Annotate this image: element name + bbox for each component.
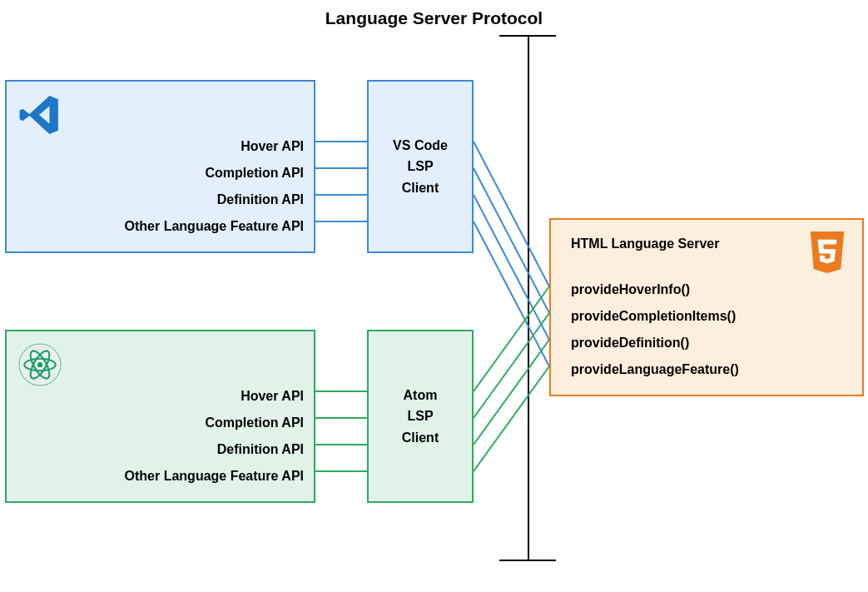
html5-icon	[807, 231, 847, 276]
svg-point-4	[37, 362, 42, 367]
svg-line-18	[474, 313, 549, 418]
client-label-line: Client	[402, 427, 439, 449]
vscode-editor-box: Hover API Completion API Definition API …	[5, 80, 315, 253]
server-method: provideLanguageFeature()	[571, 356, 739, 383]
client-label-line: Atom	[404, 385, 438, 406]
api-item: Completion API	[125, 410, 304, 436]
api-item: Hover API	[125, 383, 304, 410]
html-language-server-box: HTML Language Server provideHoverInfo() …	[549, 218, 864, 396]
atom-icon	[18, 343, 62, 386]
atom-lsp-client-box: Atom LSP Client	[367, 330, 474, 503]
server-method: provideHoverInfo()	[571, 276, 739, 303]
vscode-api-list: Hover API Completion API Definition API …	[125, 133, 304, 240]
api-item: Definition API	[125, 187, 304, 213]
svg-line-11	[474, 195, 549, 340]
server-method: provideDefinition()	[571, 330, 739, 356]
atom-api-list: Hover API Completion API Definition API …	[125, 383, 304, 490]
client-label-line: VS Code	[393, 135, 448, 157]
svg-line-20	[474, 366, 549, 471]
svg-line-19	[474, 340, 549, 445]
server-methods-list: provideHoverInfo() provideCompletionItem…	[571, 276, 739, 383]
client-label-line: LSP	[407, 156, 433, 177]
svg-line-17	[474, 286, 549, 391]
diagram-title: Language Server Protocol	[0, 8, 868, 28]
protocol-divider-tick-bottom	[499, 560, 556, 561]
client-label-line: LSP	[407, 405, 433, 427]
api-item: Completion API	[125, 160, 304, 187]
client-label-line: Client	[402, 177, 439, 199]
api-item: Other Language Feature API	[125, 463, 304, 490]
api-item: Definition API	[125, 436, 304, 463]
vscode-lsp-client-box: VS Code LSP Client	[367, 80, 474, 253]
server-method: provideCompletionItems()	[571, 303, 739, 330]
atom-editor-box: Hover API Completion API Definition API …	[5, 330, 315, 503]
svg-line-9	[474, 142, 549, 286]
server-title: HTML Language Server	[571, 236, 719, 251]
api-item: Other Language Feature API	[125, 213, 304, 240]
svg-line-12	[474, 221, 549, 366]
svg-line-10	[474, 168, 549, 313]
protocol-divider-line	[528, 35, 529, 560]
vscode-icon	[18, 93, 62, 137]
protocol-divider-tick-top	[499, 35, 556, 37]
api-item: Hover API	[125, 133, 304, 160]
